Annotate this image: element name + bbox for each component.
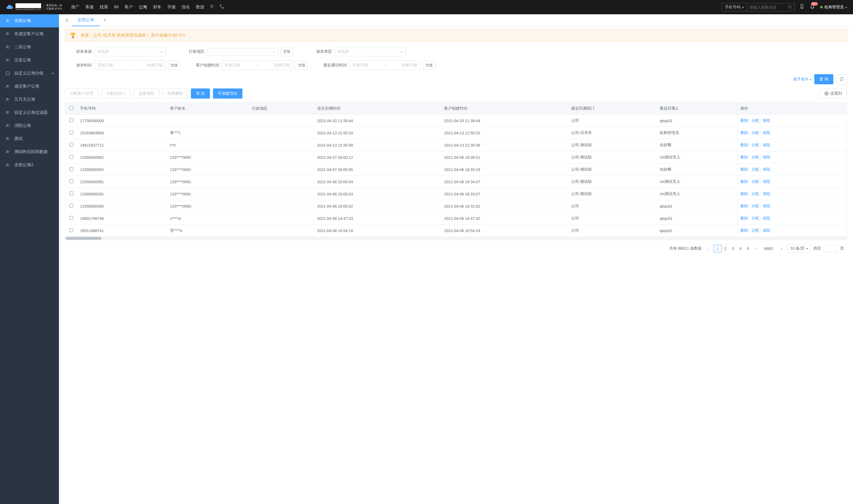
row-checkbox[interactable] [69,143,73,147]
sidebar-item-1[interactable]: 非成交客户公海 [0,28,59,40]
nav-item-0[interactable]: 推广 [71,0,79,14]
row-action-领取[interactable]: 领取 [763,228,770,233]
sidebar-item-5[interactable]: 成交客户公海 [0,80,59,93]
select-abandon-type[interactable]: 请选择 ▾ [334,47,406,56]
row-checkbox[interactable] [69,192,73,195]
query-button[interactable]: 查 询 [814,74,833,84]
refresh-button[interactable] [836,74,847,84]
row-action-领取[interactable]: 领取 [763,130,770,136]
nav-item-5[interactable]: 公海 [139,0,147,14]
row-action-分配[interactable]: 分配 [751,142,759,148]
nav-item-7[interactable]: 学服 [167,0,176,14]
row-action-领取[interactable]: 领取 [763,167,770,172]
page-number-4[interactable]: 4 [737,245,744,252]
row-action-删除[interactable]: 删除 [740,179,748,184]
row-action-删除[interactable]: 删除 [740,191,748,197]
daterange-create[interactable]: 开始日期~结束日期 [222,60,293,70]
sidebar-item-3[interactable]: 注安公海 [0,54,59,67]
sidebar-item-11[interactable]: 全部公海2 [0,159,59,172]
row-action-领取[interactable]: 领取 [763,142,770,148]
nav-item-6[interactable]: 财务 [153,0,161,14]
row-action-删除[interactable]: 删除 [740,167,748,172]
row-action-分配[interactable]: 分配 [751,228,759,233]
row-action-领取[interactable]: 领取 [763,203,770,209]
horizontal-scrollbar[interactable] [65,237,847,240]
sidebar-item-9[interactable]: 测试 [0,132,59,145]
sidebar-item-4[interactable]: 自定义公海分组▾ [0,67,59,80]
row-checkbox[interactable] [69,155,73,159]
search-icon[interactable] [788,5,792,10]
last-page-button[interactable]: 6882 [762,245,776,252]
row-checkbox[interactable] [69,216,73,220]
sidebar-item-6[interactable]: 五月天公海 [0,93,59,106]
daterange-abandon[interactable]: 开始日期~结束日期 [94,60,166,70]
row-action-领取[interactable]: 领取 [763,179,770,184]
tab-all-public[interactable]: 全部公海 [72,14,99,26]
row-action-删除[interactable]: 删除 [740,155,748,160]
row-action-分配[interactable]: 分配 [751,118,759,123]
page-size-select[interactable]: 10 条/页▾ [787,244,811,253]
bell-icon[interactable]: 99+ [810,4,815,11]
page-number-1[interactable]: 1 [714,245,722,252]
row-action-领取[interactable]: 领取 [763,216,770,221]
row-action-领取[interactable]: 领取 [763,155,770,160]
page-number-2[interactable]: 2 [722,245,729,252]
null-button-abandon[interactable]: 空值 [168,61,181,70]
row-action-分配[interactable]: 分配 [751,130,759,136]
export-button[interactable]: 导 出 [191,88,210,98]
sidebar-item-10[interactable]: 测试昨日回库数据 [0,145,59,159]
null-button-region[interactable]: 空值 [280,47,293,56]
row-action-领取[interactable]: 领取 [763,191,770,197]
search-input[interactable] [749,5,788,10]
select-all-checkbox[interactable] [69,106,73,110]
tab-add-button[interactable]: ＋ [99,17,110,23]
row-action-删除[interactable]: 删除 [740,216,748,221]
row-action-删除[interactable]: 删除 [740,130,748,136]
select-region[interactable]: ▾ [207,48,278,55]
sidebar-item-8[interactable]: 消防公海 [0,119,59,132]
batch-delete-button[interactable]: 批量删除 [162,88,188,98]
nav-item-9[interactable]: 数据 [196,0,204,14]
row-action-删除[interactable]: 删除 [740,118,748,123]
row-checkbox[interactable] [69,179,73,183]
row-checkbox[interactable] [69,228,73,232]
page-number-5[interactable]: 5 [744,245,752,252]
row-action-删除[interactable]: 删除 [740,228,748,233]
row-checkbox[interactable] [69,130,73,134]
assign-dept-button[interactable]: 分配到部门 [101,88,131,98]
user-menu[interactable]: 机构管理员 ▾ [820,4,847,10]
expand-filters-link[interactable]: 展开条件▾ [793,76,811,82]
export-plain-button[interactable]: 不加密导出 [213,88,242,98]
page-number-3[interactable]: 3 [729,245,737,252]
nav-item-8[interactable]: 报名 [182,0,190,14]
row-checkbox[interactable] [69,118,73,122]
sidebar-item-0[interactable]: 全部公海 [0,14,59,28]
row-action-删除[interactable]: 删除 [740,142,748,148]
row-action-分配[interactable]: 分配 [751,179,759,184]
row-action-分配[interactable]: 分配 [751,167,759,172]
daterange-lastcall[interactable]: 开始日期~结束日期 [349,60,420,70]
sidebar-item-2[interactable]: 二咨公海 [0,40,59,54]
null-button-lastcall[interactable]: 空值 [423,61,435,70]
sidebar-item-7[interactable]: 自定义公海过滤器 [0,106,59,119]
row-action-分配[interactable]: 分配 [751,191,759,197]
nav-item-2[interactable]: 线索 [100,0,108,14]
row-checkbox[interactable] [69,204,73,208]
row-action-领取[interactable]: 领取 [763,118,770,123]
assign-manager-button[interactable]: 分配客户经理 [65,88,98,98]
column-settings-button[interactable]: 设置列 [819,88,847,98]
phone-icon[interactable] [219,4,224,11]
nav-item-4[interactable]: 客户 [125,0,133,14]
prev-page-button[interactable]: ‹ [705,245,711,252]
mobile-icon[interactable] [799,4,804,11]
nav-item-3[interactable]: IM [114,0,119,14]
row-action-分配[interactable]: 分配 [751,203,759,209]
scrollbar-thumb[interactable] [66,237,102,240]
select-friend-source[interactable]: 请选择 ▾ [94,47,166,56]
batch-claim-button[interactable]: 批量领取 [134,88,159,98]
row-checkbox[interactable] [69,167,73,171]
nav-item-1[interactable]: 客服 [86,0,94,14]
row-action-删除[interactable]: 删除 [740,203,748,209]
next-page-button[interactable]: › [779,245,784,252]
add-user-icon[interactable] [210,4,215,11]
